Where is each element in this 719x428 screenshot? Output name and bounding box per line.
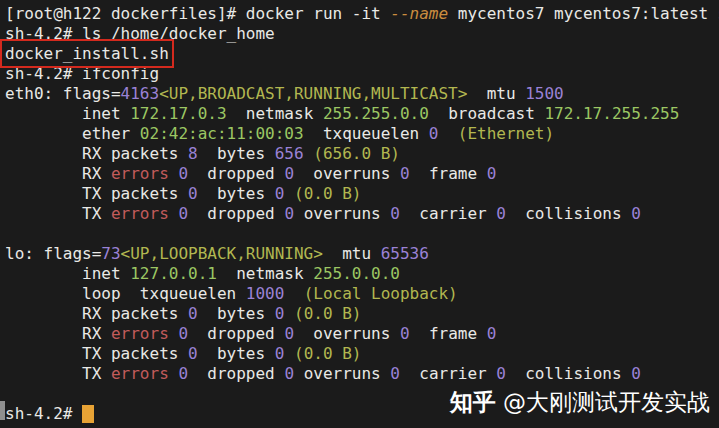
- terminal-output: [root@h122 dockerfiles]# docker run -it …: [5, 4, 719, 424]
- terminal-text-segment: overruns: [294, 324, 400, 343]
- lo-header: lo: flags=73<UP,LOOPBACK,RUNNING> mtu 65…: [5, 244, 719, 264]
- terminal-text-segment: 0: [496, 204, 506, 223]
- terminal-text-segment: (Ethernet): [458, 124, 554, 143]
- terminal-text-segment: 172.17.0.3: [130, 104, 226, 123]
- terminal-text-segment: 255.0.0.0: [313, 264, 400, 283]
- terminal-text-segment: 0: [284, 164, 294, 183]
- terminal-text-segment: 0: [631, 204, 641, 223]
- terminal-text-segment: 0: [275, 184, 285, 203]
- ls-output-highlighted: docker_install.sh: [5, 44, 719, 64]
- terminal-text-segment: 0: [178, 164, 188, 183]
- terminal-text-segment: eth0: flags=: [5, 84, 121, 103]
- terminal-text-segment: [root@h122 dockerfiles]# docker run -it: [5, 4, 390, 23]
- terminal-text-segment: netmask: [217, 264, 313, 283]
- terminal-text-segment: overruns: [294, 204, 390, 223]
- terminal-cursor[interactable]: [82, 405, 94, 423]
- eth0-ether: ether 02:42:ac:11:00:03 txqueuelen 0 (Et…: [5, 124, 719, 144]
- terminal-text-segment: 0: [188, 344, 198, 363]
- terminal-text-segment: 1500: [525, 84, 564, 103]
- eth0-tx-errors: TX errors 0 dropped 0 overruns 0 carrier…: [5, 204, 719, 224]
- terminal-text-segment: 0: [487, 324, 497, 343]
- command-ls: sh-4.2# ls /home/docker_home: [5, 24, 719, 44]
- terminal-text-segment: dropped: [188, 364, 284, 383]
- watermark-author-handle: @大刚测试开发实战: [496, 389, 710, 415]
- terminal-text-segment: 255.255.0.0: [323, 104, 429, 123]
- terminal-text-segment: inet: [5, 104, 130, 123]
- terminal-text-segment: [304, 144, 314, 163]
- terminal-text-segment: overruns: [294, 164, 400, 183]
- eth0-rx-errors: RX errors 0 dropped 0 overruns 0 frame 0: [5, 164, 719, 184]
- terminal-text-segment: 1000: [246, 284, 285, 303]
- eth0-header: eth0: flags=4163<UP,BROADCAST,RUNNING,MU…: [5, 84, 719, 104]
- terminal-text-segment: 0: [178, 364, 188, 383]
- terminal-text-segment: sh-4.2#: [5, 404, 82, 423]
- terminal-window[interactable]: [root@h122 dockerfiles]# docker run -it …: [0, 0, 719, 428]
- terminal-text-segment: TX: [5, 204, 111, 223]
- terminal-text-segment: errors: [111, 204, 169, 223]
- terminal-text-segment: --name: [390, 4, 448, 23]
- terminal-text-segment: 0: [275, 304, 285, 323]
- terminal-text-segment: carrier: [400, 364, 496, 383]
- terminal-text-segment: TX packets: [5, 344, 188, 363]
- terminal-text-segment: RX: [5, 324, 111, 343]
- terminal-text-segment: bytes: [198, 184, 275, 203]
- terminal-text-segment: docker_install.sh: [5, 44, 169, 63]
- watermark-brand-zhihu: 知乎: [450, 389, 496, 415]
- terminal-text-segment: [284, 344, 294, 363]
- terminal-text-segment: 4163: [121, 84, 160, 103]
- terminal-text-segment: 0: [631, 364, 641, 383]
- terminal-text-segment: overruns: [294, 364, 390, 383]
- terminal-text-segment: 0: [496, 364, 506, 383]
- terminal-text-segment: sh-4.2# ls /home/docker_home: [5, 24, 275, 43]
- terminal-text-segment: 0: [429, 124, 439, 143]
- watermark: 知乎 @大刚测试开发实战: [450, 389, 710, 415]
- terminal-text-segment: 0: [188, 184, 198, 203]
- terminal-text-segment: [169, 164, 179, 183]
- terminal-text-segment: 0: [390, 364, 400, 383]
- terminal-text-segment: 0: [284, 364, 294, 383]
- terminal-text-segment: sh-4.2# ifconfig: [5, 64, 159, 83]
- terminal-text-segment: (0.0 B): [294, 344, 361, 363]
- terminal-text-segment: dropped: [188, 164, 284, 183]
- terminal-text-segment: bytes: [198, 304, 275, 323]
- terminal-text-segment: <UP,LOOPBACK,RUNNING>: [121, 244, 323, 263]
- lo-loop: loop txqueuelen 1000 (Local Loopback): [5, 284, 719, 304]
- terminal-text-segment: collisions: [506, 364, 631, 383]
- terminal-text-segment: 127.0.0.1: [130, 264, 217, 283]
- terminal-text-segment: <UP,BROADCAST,RUNNING,MULTICAST>: [159, 84, 467, 103]
- terminal-text-segment: (656.0 B): [313, 144, 400, 163]
- terminal-text-segment: [169, 204, 179, 223]
- terminal-text-segment: 0: [188, 304, 198, 323]
- terminal-text-segment: TX: [5, 364, 111, 383]
- terminal-text-segment: (Local Loopback): [304, 284, 458, 303]
- terminal-text-segment: collisions: [506, 204, 631, 223]
- terminal-text-segment: 0: [400, 324, 410, 343]
- command-ifconfig: sh-4.2# ifconfig: [5, 64, 719, 84]
- left-edge-artifact: [0, 401, 5, 420]
- terminal-text-segment: 0: [275, 344, 285, 363]
- eth0-rx-packets: RX packets 8 bytes 656 (656.0 B): [5, 144, 719, 164]
- terminal-text-segment: mycentos7 mycentos7:latest sh: [448, 4, 719, 23]
- lo-rx-packets: RX packets 0 bytes 0 (0.0 B): [5, 304, 719, 324]
- terminal-text-segment: [169, 364, 179, 383]
- terminal-text-segment: 73: [101, 244, 120, 263]
- terminal-text-segment: frame: [410, 164, 487, 183]
- terminal-text-segment: RX: [5, 164, 111, 183]
- terminal-text-segment: mtu: [467, 84, 525, 103]
- terminal-text-segment: netmask: [227, 104, 323, 123]
- terminal-text-segment: [284, 304, 294, 323]
- terminal-text-segment: mtu: [323, 244, 381, 263]
- terminal-text-segment: bytes: [198, 344, 275, 363]
- command-docker-run: [root@h122 dockerfiles]# docker run -it …: [5, 4, 719, 24]
- terminal-text-segment: [284, 184, 294, 203]
- eth0-inet: inet 172.17.0.3 netmask 255.255.0.0 broa…: [5, 104, 719, 124]
- terminal-text-segment: 02:42:ac:11:00:03: [140, 124, 304, 143]
- terminal-text-segment: bytes: [198, 144, 275, 163]
- terminal-text-segment: dropped: [188, 324, 284, 343]
- terminal-text-segment: 0: [284, 204, 294, 223]
- terminal-text-segment: 172.17.255.255: [544, 104, 679, 123]
- terminal-text-segment: lo: flags=: [5, 244, 101, 263]
- lo-tx-errors: TX errors 0 dropped 0 overruns 0 carrier…: [5, 364, 719, 384]
- terminal-text-segment: RX packets: [5, 144, 188, 163]
- terminal-text-segment: loop txqueuelen: [5, 284, 246, 303]
